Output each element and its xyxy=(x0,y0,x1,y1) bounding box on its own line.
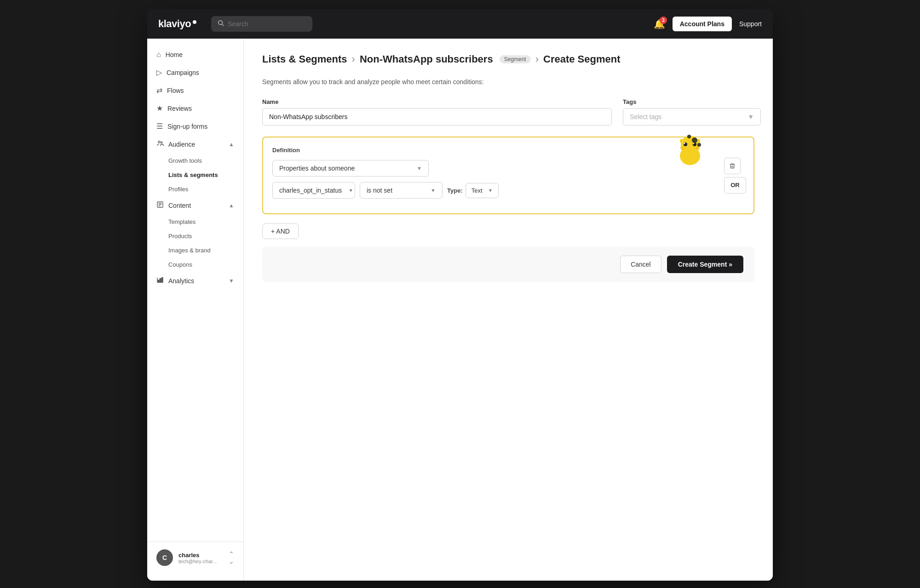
sidebar-sub-profiles[interactable]: Profiles xyxy=(147,182,243,196)
breadcrumb-segment-name[interactable]: Non-WhatsApp subscribers xyxy=(360,53,493,65)
sidebar-item-audience[interactable]: Audience ▲ xyxy=(147,135,243,154)
analytics-chevron-icon: ▼ xyxy=(229,278,234,284)
type-select[interactable]: Text ▼ xyxy=(466,183,499,198)
search-box[interactable] xyxy=(211,16,312,32)
breadcrumb-lists-segments[interactable]: Lists & Segments xyxy=(262,53,347,65)
delete-condition-button[interactable] xyxy=(724,158,741,174)
breadcrumb-sep2: › xyxy=(535,53,539,65)
user-name: charles xyxy=(178,552,223,559)
name-input[interactable] xyxy=(262,108,612,126)
tags-form-group: Tags Select tags ▼ xyxy=(623,98,761,126)
definition-actions: OR xyxy=(724,158,746,194)
condition-type-select[interactable]: Properties about someone ▼ xyxy=(272,160,429,177)
condition-type-value: Properties about someone xyxy=(279,165,355,172)
definition-container: Definition Properties about someone ▼ ch… xyxy=(262,137,754,214)
type-group: Type: Text ▼ xyxy=(447,183,499,198)
user-profile-section[interactable]: C charles tech@hey-char... ⌃⌄ xyxy=(147,542,243,573)
svg-rect-11 xyxy=(160,279,161,283)
definition-title: Definition xyxy=(272,147,744,154)
sidebar-item-label: Sign-up forms xyxy=(167,123,207,130)
breadcrumb: Lists & Segments › Non-WhatsApp subscrib… xyxy=(262,53,754,65)
user-email: tech@hey-char... xyxy=(178,559,223,564)
form-name-tags-row: Name Tags Select tags ▼ xyxy=(262,98,754,126)
sidebar-item-label: Home xyxy=(166,51,183,58)
create-segment-button[interactable]: Create Segment » xyxy=(667,256,743,273)
svg-rect-10 xyxy=(158,280,159,282)
sidebar-item-campaigns[interactable]: ▷ Campaigns xyxy=(147,63,243,81)
svg-line-1 xyxy=(222,24,224,26)
definition-box: Definition Properties about someone ▼ ch… xyxy=(262,137,754,214)
tags-chevron-icon: ▼ xyxy=(748,113,754,120)
field-select[interactable]: charles_opt_in_status ▼ xyxy=(272,182,355,199)
sidebar-item-content[interactable]: Content ▲ xyxy=(147,196,243,215)
notification-badge: 3 xyxy=(660,17,667,24)
operator-value: is not set xyxy=(367,187,392,194)
header: klaviyo 🔔 3 Account Plans Support xyxy=(147,9,773,39)
reviews-icon: ★ xyxy=(156,104,163,113)
tags-label: Tags xyxy=(623,98,761,105)
audience-chevron-icon: ▲ xyxy=(229,141,234,148)
sidebar-item-signup-forms[interactable]: ☰ Sign-up forms xyxy=(147,117,243,135)
tags-select[interactable]: Select tags ▼ xyxy=(623,108,761,126)
name-form-group: Name xyxy=(262,98,612,126)
home-icon: ⌂ xyxy=(156,51,161,59)
search-input[interactable] xyxy=(228,20,306,28)
condition-row-1: Properties about someone ▼ xyxy=(272,160,744,177)
sidebar-sub-coupons[interactable]: Coupons xyxy=(147,257,243,272)
footer-actions: Cancel Create Segment » xyxy=(262,246,754,282)
cancel-button[interactable]: Cancel xyxy=(620,256,661,273)
sidebar-item-label: Content xyxy=(168,202,191,209)
content-area: Lists & Segments › Non-WhatsApp subscrib… xyxy=(244,39,773,581)
sidebar-sub-lists-segments[interactable]: Lists & segments xyxy=(147,168,243,182)
sidebar-item-flows[interactable]: ⇄ Flows xyxy=(147,81,243,99)
page-description: Segments allow you to track and analyze … xyxy=(262,78,754,86)
tags-placeholder: Select tags xyxy=(630,113,661,120)
condition-type-chevron-icon: ▼ xyxy=(417,166,422,171)
type-value: Text xyxy=(472,187,483,194)
flows-icon: ⇄ xyxy=(156,86,162,95)
sidebar-sub-templates[interactable]: Templates xyxy=(147,215,243,229)
sidebar-item-home[interactable]: ⌂ Home xyxy=(147,46,243,63)
svg-point-2 xyxy=(158,141,160,143)
sidebar-item-label: Audience xyxy=(168,141,195,148)
type-label: Type: xyxy=(447,187,463,194)
operator-chevron-icon: ▼ xyxy=(431,188,436,193)
sidebar-item-label: Reviews xyxy=(167,105,192,112)
svg-rect-12 xyxy=(161,278,163,283)
avatar: C xyxy=(156,549,173,566)
logo: klaviyo xyxy=(158,18,196,30)
sidebar-item-analytics[interactable]: Analytics ▼ xyxy=(147,272,243,290)
notification-button[interactable]: 🔔 3 xyxy=(654,18,665,29)
sidebar-sub-products[interactable]: Products xyxy=(147,229,243,243)
and-button[interactable]: + AND xyxy=(262,223,299,239)
operator-select[interactable]: is not set ▼ xyxy=(360,182,443,199)
campaigns-icon: ▷ xyxy=(156,68,162,77)
sidebar-sub-growth-tools[interactable]: Growth tools xyxy=(147,154,243,168)
sidebar-item-label: Flows xyxy=(167,87,184,94)
user-info: charles tech@hey-char... xyxy=(178,552,223,564)
condition-row-2: charles_opt_in_status ▼ is not set ▼ Typ… xyxy=(272,182,744,199)
breadcrumb-current: Create Segment xyxy=(543,53,621,65)
header-right: 🔔 3 Account Plans Support xyxy=(654,17,762,31)
support-button[interactable]: Support xyxy=(739,20,762,28)
user-chevron-icon: ⌃⌄ xyxy=(229,550,234,565)
name-label: Name xyxy=(262,98,612,105)
account-plans-button[interactable]: Account Plans xyxy=(673,17,732,31)
or-button[interactable]: OR xyxy=(724,177,746,194)
main-layout: ⌂ Home ▷ Campaigns ⇄ Flows ★ Reviews ☰ S… xyxy=(147,39,773,581)
svg-point-3 xyxy=(161,142,162,143)
signup-forms-icon: ☰ xyxy=(156,122,163,131)
svg-point-0 xyxy=(218,21,223,25)
breadcrumb-sep1: › xyxy=(352,53,355,65)
breadcrumb-badge: Segment xyxy=(500,55,531,63)
field-value: charles_opt_in_status xyxy=(279,187,342,194)
content-icon xyxy=(156,201,164,210)
audience-icon xyxy=(156,140,164,149)
sidebar-sub-images-brand[interactable]: Images & brand xyxy=(147,243,243,257)
analytics-icon xyxy=(156,276,164,285)
content-chevron-icon: ▲ xyxy=(229,202,234,209)
search-icon xyxy=(218,20,224,28)
sidebar-item-reviews[interactable]: ★ Reviews xyxy=(147,99,243,117)
sidebar: ⌂ Home ▷ Campaigns ⇄ Flows ★ Reviews ☰ S… xyxy=(147,39,244,581)
type-chevron-icon: ▼ xyxy=(488,188,493,193)
